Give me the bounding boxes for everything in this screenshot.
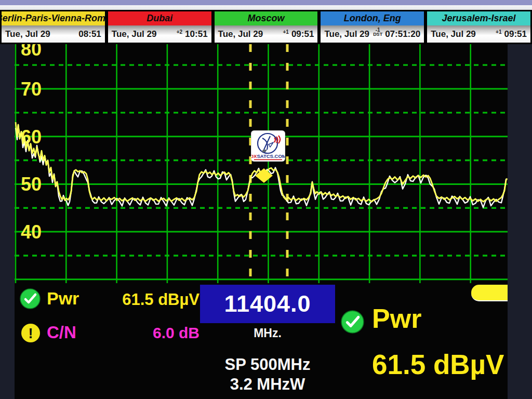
- spectrum-svg: 8070605040: [15, 44, 508, 283]
- svg-text:70: 70: [21, 78, 42, 100]
- pwr-label: Pwr: [47, 288, 79, 309]
- clock-panel-moscow: Moscow Tue, Jul 29 +1 09:51: [213, 10, 320, 44]
- dxsatcs-logo: DXSATCS.COM: [251, 131, 285, 161]
- cn-warning-icon: !: [21, 323, 41, 345]
- clock-date: Tue, Jul 29: [324, 29, 369, 39]
- clock-time-row: Tue, Jul 29 -1 DST 07:51:20: [321, 25, 424, 43]
- spectrum-plot: 8070605040 DXSATCS.COM: [15, 44, 508, 283]
- cn-value: 6.0 dB: [92, 324, 200, 342]
- clock-city-label: Berlin-Paris-Vienna-Roma: [2, 11, 105, 25]
- logo-text-satcs: SATCS.COM: [257, 153, 285, 159]
- yellow-indicator-pill[interactable]: [471, 285, 508, 301]
- clockbar-top-strip: [0, 5, 532, 10]
- svg-text:80: 80: [21, 44, 42, 60]
- clock-panel-berlin: Berlin-Paris-Vienna-Roma Tue, Jul 29 08:…: [0, 10, 107, 44]
- world-clock-bar: Berlin-Paris-Vienna-Roma Tue, Jul 29 08:…: [0, 10, 532, 44]
- clock-date: Tue, Jul 29: [112, 29, 157, 39]
- clock-city-label: Moscow: [215, 11, 318, 25]
- clock-time-row: Tue, Jul 29 08:51: [2, 25, 105, 43]
- cn-label: C/N: [47, 323, 76, 342]
- clock-time-value: 08:51: [78, 29, 101, 39]
- svg-text:DXSATCS.COM: DXSATCS.COM: [251, 153, 285, 159]
- clock-time-row: Tue, Jul 29 +1 09:51: [427, 25, 530, 43]
- clock-panel-dubai: Dubai Tue, Jul 29 +2 10:51: [107, 10, 213, 44]
- svg-text:50: 50: [21, 174, 42, 195]
- clock-date: Tue, Jul 29: [5, 29, 50, 39]
- clock-utc-offset: +1: [283, 30, 291, 38]
- logo-text-dx: DX: [251, 153, 257, 159]
- svg-text:40: 40: [21, 221, 42, 243]
- clock-time-row: Tue, Jul 29 +2 10:51: [108, 25, 211, 43]
- pwr-ok-check-icon: [20, 288, 41, 311]
- clock-utc-offset: +2: [177, 30, 185, 38]
- frequency-display[interactable]: 11404.0: [200, 285, 335, 323]
- pwr-big-label: Pwr: [372, 303, 421, 334]
- clock-panel-london: London, Eng Tue, Jul 29 -1 DST 07:51:20: [319, 10, 425, 44]
- span-label: SP 500MHz: [197, 355, 338, 374]
- clock-city-label: Dubai: [108, 11, 211, 25]
- clock-time-value: 09:51: [504, 29, 527, 39]
- analyzer-screen: Berlin-Paris-Vienna-Roma Tue, Jul 29 08:…: [0, 0, 532, 399]
- clock-date: Tue, Jul 29: [431, 29, 476, 39]
- clock-city-label: London, Eng: [321, 11, 424, 25]
- clock-date: Tue, Jul 29: [218, 29, 263, 39]
- clock-city-label: Jerusalem-Israel: [427, 11, 530, 25]
- clock-time-row: Tue, Jul 29 +1 09:51: [215, 25, 318, 43]
- pwr-value: 61.5 dBµV: [92, 290, 200, 309]
- clock-utc-offset: +1: [496, 30, 504, 38]
- clock-panel-jerusalem: Jerusalem-Israel Tue, Jul 29 +1 09:51: [425, 10, 532, 44]
- pwr-big-ok-check-icon: [341, 310, 364, 336]
- readout-panel: Pwr 61.5 dBµV ! C/N 6.0 dB 11404.0 MHz. …: [15, 283, 508, 399]
- clock-utc-offset-dst: -1 DST: [373, 28, 385, 41]
- clock-time-value: 10:51: [185, 29, 207, 39]
- satellite-dish-icon: DXSATCS.COM: [251, 131, 285, 161]
- svg-text:!: !: [29, 326, 33, 341]
- clock-time-value: 07:51:20: [385, 29, 420, 39]
- analyzer-main-area: 8070605040 DXSATCS.COM: [15, 44, 508, 399]
- frequency-unit-label: MHz.: [200, 326, 335, 340]
- clock-time-value: 09:51: [291, 29, 314, 39]
- top-window-strip: [0, 0, 532, 5]
- bandwidth-label: 3.2 MHzW: [197, 375, 338, 394]
- pwr-big-value: 61.5 dBµV: [372, 349, 504, 380]
